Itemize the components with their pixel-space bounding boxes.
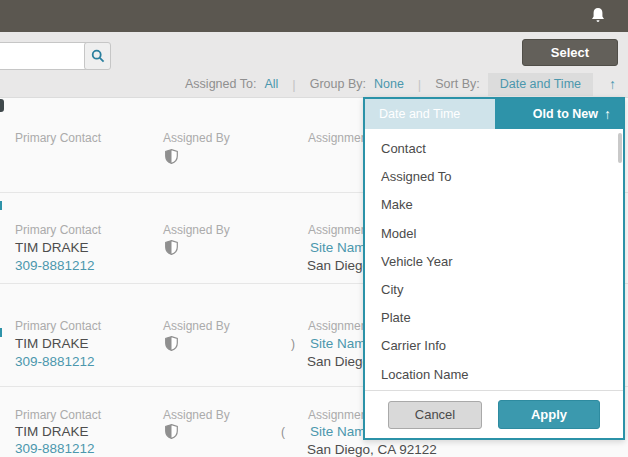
group-by-value[interactable]: None (374, 77, 404, 91)
group-by-label: Group By: (310, 77, 366, 91)
assignment-column-label: Assignment (308, 223, 371, 237)
shield-icon (165, 240, 178, 255)
sort-direction-toggle[interactable]: Old to New ↑ (495, 99, 623, 129)
sort-option-city[interactable]: City (365, 276, 623, 304)
filter-divider: | (292, 77, 295, 92)
search-icon (91, 49, 105, 63)
sort-option-vehicle-year[interactable]: Vehicle Year (365, 248, 623, 276)
app-screen: Select Assigned To: All | Group By: None… (0, 0, 628, 457)
top-navigation-bar (0, 0, 628, 32)
sort-option-make[interactable]: Make (365, 191, 623, 219)
cancel-button[interactable]: Cancel (388, 401, 482, 429)
sort-option-contact[interactable]: Contact (365, 135, 623, 163)
contact-phone-link[interactable]: 309-8881212 (15, 258, 95, 273)
contact-phone-link[interactable]: 309-8881212 (15, 441, 95, 456)
assigned-by-column-label: Assigned By (163, 408, 230, 422)
sort-option-plate[interactable]: Plate (365, 304, 623, 332)
shield-icon (165, 336, 178, 351)
sort-by-label: Sort By: (435, 77, 479, 91)
select-button[interactable]: Select (522, 39, 618, 66)
assigned-to-value[interactable]: All (264, 77, 278, 91)
assigned-by-column-label: Assigned By (163, 223, 230, 237)
notifications-bell-icon[interactable] (588, 6, 608, 26)
sort-options-list: Contact Assigned To Make Model Vehicle Y… (365, 129, 623, 390)
cropped-element-fragment (0, 328, 2, 337)
sort-field-active-tab[interactable]: Date and Time (365, 99, 495, 129)
shield-icon (165, 424, 178, 439)
sort-panel-footer: Cancel Apply (365, 390, 623, 438)
cropped-element-fragment (0, 201, 2, 210)
primary-contact-column-label: Primary Contact (15, 223, 101, 237)
cropped-element-fragment (0, 99, 4, 112)
primary-contact-column-label: Primary Contact (15, 408, 101, 422)
partial-text-fragment: ) (291, 337, 295, 351)
sort-panel-header: Date and Time Old to New ↑ (365, 99, 623, 129)
assignment-column-label: Assignment (308, 319, 371, 333)
contact-name: TIM DRAKE (15, 336, 89, 351)
sort-option-model[interactable]: Model (365, 220, 623, 248)
sort-option-assigned-to[interactable]: Assigned To (365, 163, 623, 191)
up-arrow-icon: ↑ (604, 106, 611, 122)
assignment-column-label: Assignment (308, 131, 371, 145)
search-button[interactable] (84, 42, 111, 70)
assigned-to-label: Assigned To: (185, 77, 256, 91)
filter-divider: | (418, 77, 421, 92)
primary-contact-column-label: Primary Contact (15, 131, 101, 145)
shield-icon (165, 149, 178, 164)
apply-button[interactable]: Apply (498, 400, 600, 429)
assigned-by-column-label: Assigned By (163, 131, 230, 145)
sort-option-location-name[interactable]: Location Name (365, 361, 623, 389)
contact-phone-link[interactable]: 309-8881212 (15, 354, 95, 369)
assigned-by-column-label: Assigned By (163, 319, 230, 333)
sort-options-dropdown: Date and Time Old to New ↑ Contact Assig… (363, 97, 625, 440)
partial-text-fragment: ( (281, 425, 285, 439)
primary-contact-column-label: Primary Contact (15, 319, 101, 333)
scrollbar-thumb[interactable] (618, 133, 622, 163)
filter-bar: Assigned To: All | Group By: None | Sort… (185, 72, 616, 96)
location-text: San Diego, CA 92122 (307, 442, 437, 457)
sort-option-carrier-info[interactable]: Carrier Info (365, 332, 623, 360)
assignment-column-label: Assignment (308, 408, 371, 422)
sort-direction-arrow-icon[interactable]: ↑ (609, 76, 616, 92)
sort-by-value-chip[interactable]: Date and Time (488, 73, 593, 96)
contact-name: TIM DRAKE (15, 424, 89, 439)
contact-name: TIM DRAKE (15, 240, 89, 255)
sort-direction-label: Old to New (533, 107, 598, 121)
toolbar: Select Assigned To: All | Group By: None… (0, 32, 628, 98)
